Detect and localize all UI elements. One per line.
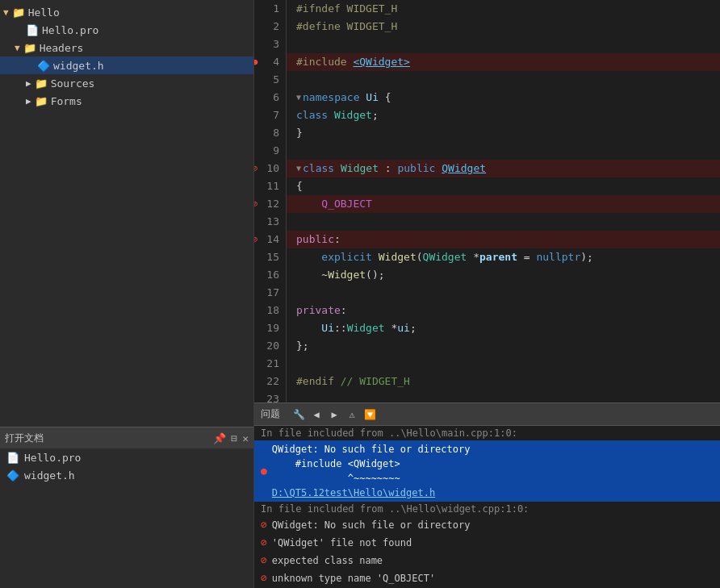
open-docs-header-icons: 📌 ⊟ ✕	[213, 432, 249, 444]
problem-item-5[interactable]: ⊘ unknown type name 'Q_OBJECT'	[254, 569, 720, 587]
line-num-text: 21	[266, 355, 279, 373]
code-text: ;	[410, 319, 417, 337]
tree-item-hello[interactable]: ▼ 📁 Hello	[0, 3, 253, 21]
error-icon-5: ⊘	[261, 571, 267, 586]
fold-icon-10: ▼	[296, 160, 301, 177]
code-text: ~	[296, 266, 328, 284]
problem-item-1[interactable]: ● QWidget: No such file or directory #in…	[254, 440, 720, 502]
problem-text-5: unknown type name 'Q_OBJECT'	[272, 571, 714, 586]
error-dot-14: ⊘	[254, 231, 261, 248]
code-line-11: {	[287, 177, 720, 195]
doc-file-h-icon: 🔷	[6, 469, 19, 482]
code-line-1: #ifndef WIDGET_H	[287, 0, 720, 18]
folder-icon-img: 📁	[12, 6, 25, 19]
line-num-text: 16	[266, 266, 279, 284]
doc-label: widget.h	[24, 469, 75, 482]
code-line-3	[287, 35, 720, 53]
code-line-16: ~Widget();	[287, 266, 720, 284]
code-text: (	[417, 248, 423, 266]
code-line-8: }	[287, 124, 720, 142]
problem-text-3: 'QWidget' file not found	[272, 536, 714, 550]
problem-item-2[interactable]: ⊘ QWidget: No such file or directory	[254, 516, 720, 534]
folder-sources-icon: 📁	[35, 77, 48, 90]
doc-item-widget-h[interactable]: 🔷 widget.h	[0, 466, 253, 484]
code-line-7: class Widget;	[287, 106, 720, 124]
line-numbers: 1 2 3 ● 4 5 6 7 8	[254, 0, 287, 402]
tree-label: Hello.pro	[42, 24, 98, 36]
line-num-text: 12	[266, 195, 279, 213]
open-docs-list: 📄 Hello.pro 🔷 widget.h	[0, 448, 253, 588]
line-num-text: 2	[273, 18, 279, 35]
code-text: #ifndef WIDGET_H	[296, 0, 397, 18]
line-num-1: 1	[261, 0, 279, 18]
code-text-pp: #include	[296, 53, 353, 71]
code-line-20: };	[287, 337, 720, 355]
next-error-icon[interactable]: ▶	[327, 407, 341, 422]
code-text: ui	[397, 319, 410, 337]
fold-icon-6: ▼	[296, 89, 301, 106]
filter-icon[interactable]: 🔽	[362, 407, 377, 422]
tree-item-widget-h[interactable]: 🔷 widget.h	[0, 56, 253, 74]
code-text: {	[296, 177, 303, 195]
line-num-5: 5	[261, 71, 279, 89]
code-content[interactable]: #ifndef WIDGET_H #define WIDGET_H #inclu…	[287, 0, 720, 402]
prev-error-icon[interactable]: ◀	[309, 407, 324, 422]
line-num-10: ⊘ 10	[261, 160, 279, 177]
code-line-19: Ui::Widget *ui;	[287, 319, 720, 337]
code-text: };	[296, 337, 309, 355]
code-text: }	[296, 124, 303, 142]
warning-filter-icon[interactable]: ⚠	[345, 407, 359, 422]
code-text: Widget	[341, 160, 379, 177]
tree-item-forms[interactable]: ▶ 📁 Forms	[0, 92, 253, 110]
tree-item-headers[interactable]: ▼ 📁 Headers	[0, 39, 253, 56]
open-docs-header: 打开文档 📌 ⊟ ✕	[0, 427, 253, 448]
code-text	[296, 319, 321, 337]
line-num-23: 23	[261, 390, 279, 402]
line-num-text: 11	[266, 177, 279, 195]
chevron-right-icon2: ▶	[26, 96, 31, 106]
problem-item-3[interactable]: ⊘ 'QWidget' file not found	[254, 534, 720, 552]
line-num-text: 7	[273, 106, 279, 124]
code-text: QWidget	[442, 160, 486, 177]
section-text: In file included from ..\Hello\widget.cp…	[261, 503, 529, 515]
code-line-12: Q_OBJECT	[287, 195, 720, 213]
tree-item-hello-pro[interactable]: 📄 Hello.pro	[0, 21, 253, 39]
problem-line-2: #include <QWidget>	[272, 457, 714, 471]
line-num-13: 13	[261, 213, 279, 231]
file-tree: ▼ 📁 Hello 📄 Hello.pro ▼ 📁 Headers 🔷 widg…	[0, 0, 253, 427]
code-text: Widget	[347, 319, 385, 337]
problem-item-4[interactable]: ⊘ expected class name	[254, 552, 720, 569]
close-panel-icon[interactable]: ✕	[242, 432, 249, 444]
problem-section-2: In file included from ..\Hello\widget.cp…	[254, 502, 720, 516]
line-num-text: 5	[273, 71, 279, 89]
line-num-6: 6	[261, 89, 279, 106]
line-num-text: 19	[266, 319, 279, 337]
tree-label: widget.h	[53, 60, 104, 72]
code-text-link: <QWidget>	[353, 53, 409, 71]
code-text: ;	[372, 106, 379, 124]
code-line-17	[287, 284, 720, 302]
code-text: );	[580, 248, 593, 266]
line-num-text: 3	[273, 35, 279, 53]
problem-line-3: ^~~~~~~~~	[272, 471, 714, 486]
code-line-5	[287, 71, 720, 89]
tree-item-sources[interactable]: ▶ 📁 Sources	[0, 74, 253, 92]
fix-icon[interactable]: 🔧	[291, 407, 306, 422]
line-num-text: 20	[266, 337, 279, 355]
problem-line-4: D:\QT5.12test\Hello\widget.h	[272, 486, 714, 500]
line-num-text: 13	[266, 213, 279, 231]
pin-icon[interactable]: 📌	[213, 432, 226, 444]
tree-label: Sources	[51, 77, 95, 90]
split-icon[interactable]: ⊟	[231, 432, 237, 444]
line-num-text: 17	[266, 284, 279, 302]
line-num-7: 7	[261, 106, 279, 124]
problem-link-1[interactable]: D:\QT5.12test\Hello\widget.h	[272, 487, 435, 498]
code-text: :	[334, 231, 341, 248]
line-num-9: 9	[261, 142, 279, 160]
code-text	[296, 248, 321, 266]
doc-item-hello-pro[interactable]: 📄 Hello.pro	[0, 448, 253, 466]
problem-section-1: In file included from ..\Hello\main.cpp:…	[254, 426, 720, 440]
code-text: {	[379, 89, 391, 106]
line-num-text: 18	[266, 302, 279, 319]
doc-label: Hello.pro	[24, 452, 81, 464]
